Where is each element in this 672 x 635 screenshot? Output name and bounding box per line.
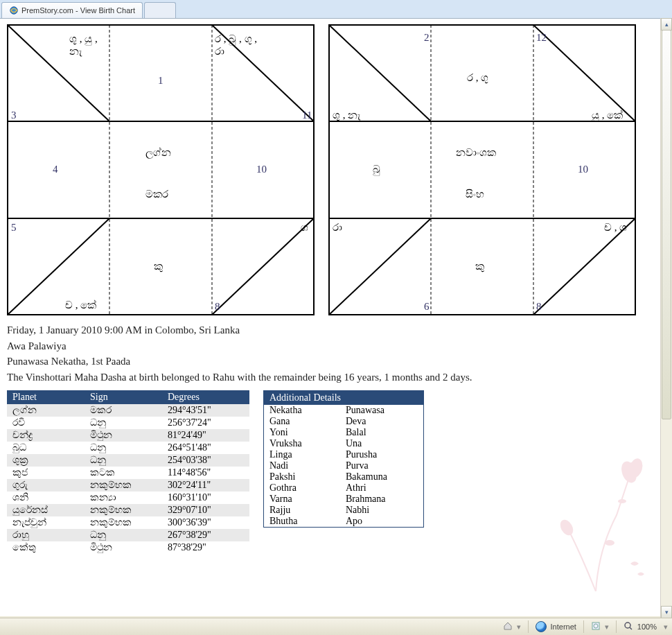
navamsa-chart: 2 12 ර , ගු ශු , නැ යු , කේ නවාංශක බු 10…: [328, 24, 636, 315]
svg-point-27: [625, 623, 630, 628]
status-bar: ▾ Internet ▾ 100% ▾: [0, 618, 672, 635]
planet-header-degrees: Degrees: [162, 390, 249, 404]
tab-new[interactable]: [144, 2, 176, 18]
table-cell: 160°31'10": [162, 492, 249, 504]
security-zone-label: Internet: [551, 623, 576, 631]
detail-value: Deva: [340, 416, 424, 427]
table-cell: 302°24'11": [162, 479, 249, 492]
charts-row: ශු , යු , නැ ර , බු , ගු , රා 1 3 11 ලග්…: [7, 24, 660, 315]
svg-line-9: [212, 218, 314, 315]
table-row: බුධධනු264°51'48": [7, 442, 249, 454]
info-paksha: Awa Palawiya: [7, 338, 660, 354]
table-row: ශනිකන්‍යා160°31'10": [7, 492, 249, 504]
rasi-chart: ශු , යු , නැ ර , බු , ගු , රා 1 3 11 ලග්…: [7, 24, 315, 315]
details-table: Additional Details NekathaPunawasaGanaDe…: [263, 390, 424, 528]
table-cell: ශුක්‍ර: [7, 454, 85, 467]
table-cell: 254°03'38": [162, 454, 249, 467]
nav-center-bottom: සිංහ: [466, 188, 484, 200]
nav-n8: 8: [536, 300, 542, 313]
zoom-level[interactable]: 100%: [637, 623, 657, 631]
table-row: BhuthaApo: [264, 516, 424, 528]
nav-n6: 6: [424, 300, 430, 313]
detail-value: Athri: [340, 482, 424, 494]
table-cell: 329°07'10": [162, 504, 249, 516]
protected-mode-icon[interactable]: [591, 621, 601, 632]
rasi-house3-num: 3: [11, 109, 17, 121]
table-cell: රවි: [7, 417, 85, 429]
info-nekatha: Punawasa Nekatha, 1st Paada: [7, 354, 660, 369]
detail-value: Apo: [340, 516, 424, 528]
svg-line-17: [329, 218, 431, 315]
table-cell: මිථුන: [85, 429, 162, 442]
table-cell: 256°37'24": [162, 417, 249, 429]
table-row: චන්ද්‍රමිථුන81°24'49": [7, 429, 249, 442]
nav-right-mid: යු , කේ: [592, 109, 623, 121]
table-row: GanaDeva: [264, 416, 424, 427]
detail-key: Yoni: [264, 427, 341, 438]
rasi-house8-num: 8: [215, 300, 220, 313]
rasi-house6-text: ච , කේ: [65, 299, 96, 311]
nav-n10: 10: [578, 163, 588, 175]
browser-window: PremStory.com - View Birth Chart ශ: [0, 0, 672, 635]
detail-value: Punawasa: [340, 405, 424, 416]
svg-line-28: [630, 627, 632, 629]
table-row: RajjuNabhi: [264, 505, 424, 516]
home-icon[interactable]: [503, 621, 513, 632]
detail-value: Bakamuna: [340, 471, 424, 482]
scroll-down-button[interactable]: ▾: [661, 606, 672, 618]
table-cell: 294°43'51": [162, 404, 249, 417]
table-cell: 264°51'48": [162, 442, 249, 454]
rasi-center-bottom: මකර: [145, 188, 168, 200]
detail-value: Balal: [340, 427, 424, 438]
table-row: GothraAthri: [264, 482, 424, 494]
nav-top-mid: ර , ගු: [467, 71, 488, 84]
rasi-house12-text: ර , බු , ගු , රා: [215, 33, 260, 58]
planet-header-sign: Sign: [85, 390, 162, 404]
table-cell: 300°36'39": [162, 516, 249, 529]
svg-line-16: [533, 25, 635, 121]
rasi-house4-num: 4: [53, 163, 58, 175]
table-row: YoniBalal: [264, 427, 424, 438]
detail-key: Gana: [264, 416, 341, 427]
tab-active[interactable]: PremStory.com - View Birth Chart: [1, 2, 143, 18]
table-cell: කුජ: [7, 467, 85, 479]
table-cell: නකුම්භක: [85, 504, 162, 516]
table-cell: ගුරු: [7, 479, 85, 492]
detail-key: Rajju: [264, 505, 341, 516]
table-row: NekathaPunawasa: [264, 405, 424, 416]
table-cell: නකුම්භක: [85, 516, 162, 529]
vertical-scrollbar[interactable]: ▴ ▾: [660, 18, 672, 618]
table-row: කේතුමිථුන87°38'29": [7, 541, 249, 554]
table-row: VrukshaUna: [264, 438, 424, 449]
detail-key: Gothra: [264, 482, 341, 494]
scroll-up-button[interactable]: ▴: [661, 18, 672, 31]
table-row: ලග්නමකර294°43'51": [7, 404, 249, 417]
svg-line-15: [329, 25, 431, 121]
detail-key: Varna: [264, 494, 341, 505]
table-cell: ධනු: [85, 529, 162, 541]
table-row: VarnaBrahmana: [264, 494, 424, 505]
table-cell: ධනු: [85, 442, 162, 454]
detail-key: Nadi: [264, 460, 341, 471]
zoom-icon[interactable]: [624, 621, 633, 632]
tables-row: Planet Sign Degrees ලග්නමකර294°43'51"රවි…: [7, 390, 660, 554]
table-row: ගුරුනකුම්භක302°24'11": [7, 479, 249, 492]
table-cell: මිථුන: [85, 541, 162, 554]
table-cell: 81°24'49": [162, 429, 249, 442]
table-cell: නැප්චුන්: [7, 516, 85, 529]
rasi-house11-num: 11: [302, 109, 312, 121]
table-row: රාහුධනු267°38'29": [7, 529, 249, 541]
table-row: කුජකටක114°48'56": [7, 467, 249, 479]
table-cell: චන්ද්‍ර: [7, 429, 85, 442]
table-row: රවිධනු256°37'24": [7, 417, 249, 429]
table-row: නැප්චුන්නකුම්භක300°36'39": [7, 516, 249, 529]
nav-bl: රා: [333, 221, 342, 234]
table-cell: මකර: [85, 404, 162, 417]
table-cell: ලග්න: [7, 404, 85, 417]
rasi-house9-text: ශ: [301, 221, 308, 234]
scroll-thumb[interactable]: [662, 30, 671, 419]
info-datetime: Friday, 1 January 2010 9:00 AM in Colomb…: [7, 322, 660, 338]
table-cell: කන්‍යා: [85, 492, 162, 504]
table-row: PakshiBakamuna: [264, 471, 424, 482]
detail-value: Purusha: [340, 449, 424, 460]
